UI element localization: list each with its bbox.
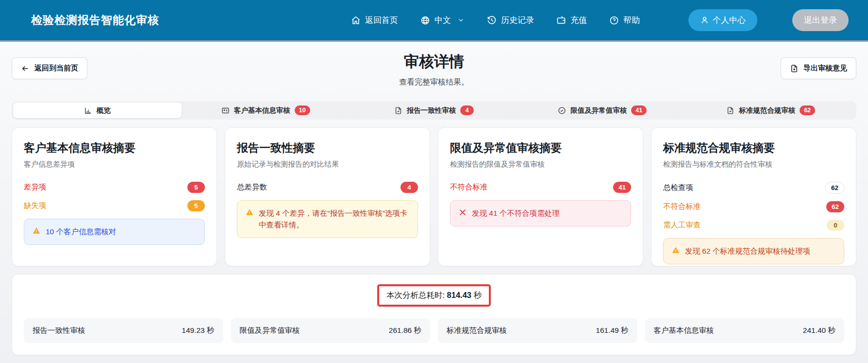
stat-label: 差异项 [24,182,47,192]
card-limit-anomaly-summary: 限值及异常值审核摘要 检测报告的限值及异常值审核 不符合标准 41 发现 41 … [438,127,643,266]
tab-label: 标准规范合规审核 [739,106,795,115]
x-icon [458,208,467,217]
alert-text: 10 个客户信息需核对 [46,226,117,238]
app-title: 检验检测报告智能化审核 [31,13,159,28]
stat-label: 不符合标准 [450,182,488,192]
timing-item: 标准规范合规审核 161.49 秒 [438,318,637,343]
timing-grid: 报告一致性审核 149.23 秒 限值及异常值审核 261.86 秒 标准规范合… [24,318,844,343]
nav-label: 帮助 [623,15,640,26]
warning-triangle-icon [671,246,680,255]
profile-button-label: 个人中心 [713,15,746,26]
card-title: 客户基本信息审核摘要 [24,140,205,156]
nav-recharge[interactable]: 充值 [556,15,587,26]
timing-value: 261.86 秒 [389,326,421,336]
stat-row: 总检查项 62 [663,182,844,194]
tab-limit-anomaly[interactable]: 限值及异常值审核 41 [518,103,686,118]
stat-row: 差异项 5 [24,182,205,193]
card-subtitle: 检测报告的限值及异常值审核 [450,160,631,169]
card-subtitle: 原始记录与检测报告的对比结果 [237,160,418,169]
stat-label: 不符合标准 [663,202,701,212]
stat-badge: 0 [827,220,844,231]
card-report-consistency-summary: 报告一致性摘要 原始记录与检测报告的对比结果 总差异数 4 发现 4 个差异，请… [225,127,430,266]
logout-button-label: 退出登录 [804,15,837,26]
page-title: 审核详情 [12,52,856,72]
card-title: 限值及异常值审核摘要 [450,140,631,156]
timing-label: 报告一致性审核 [33,326,85,336]
info-alert: 10 个客户信息需核对 [24,219,205,245]
timing-value: 161.49 秒 [596,326,628,336]
warning-triangle-icon [245,208,254,217]
profile-center-button[interactable]: 个人中心 [688,9,757,31]
file-check-icon [726,106,734,115]
tab-customer-info[interactable]: 客户基本信息审核 10 [182,103,350,118]
tab-label: 报告一致性审核 [407,106,456,115]
back-button[interactable]: 返回到当前页 [12,57,87,79]
review-tabs: 概览 客户基本信息审核 10 报告一致性审核 4 限值及异常值审核 41 标准规… [12,101,856,120]
stat-label: 需人工审查 [663,220,701,230]
file-check-icon [394,106,402,115]
alert-text: 发现 41 个不符合项需处理 [472,207,560,219]
error-alert: 发现 41 个不符合项需处理 [450,200,631,226]
stat-label: 总差异数 [237,182,267,192]
total-time-label: 本次分析总耗时: [386,291,445,299]
stat-row: 需人工审查 0 [663,220,844,231]
card-title: 标准规范合规审核摘要 [663,140,844,156]
timing-label: 客户基本信息审核 [654,326,714,336]
nav-label: 历史记录 [501,15,534,26]
page-subtitle: 查看完整审核结果。 [12,77,856,87]
help-icon [609,16,619,25]
back-button-label: 返回到当前页 [34,64,78,73]
export-opinion-button[interactable]: 导出审核意见 [781,57,856,79]
person-icon [700,16,709,25]
nav-label: 中文 [434,15,451,26]
stat-badge: 4 [401,182,418,193]
wallet-icon [556,16,566,25]
id-card-icon [221,106,230,115]
tab-badge: 41 [631,105,647,115]
tab-label: 限值及异常值审核 [570,106,627,115]
nav-home[interactable]: 返回首页 [351,15,398,26]
header-nav: 返回首页 中文 历史记录 充值 帮助 [351,9,849,31]
card-standard-compliance-summary: 标准规范合规审核摘要 检测报告与标准文档的符合性审核 总检查项 62 不符合标准… [651,127,856,266]
timing-item: 报告一致性审核 149.23 秒 [24,318,223,343]
title-block: 审核详情 查看完整审核结果。 [12,42,856,87]
tab-badge: 4 [460,105,474,115]
timing-panel: 本次分析总耗时: 814.43 秒 报告一致性审核 149.23 秒 限值及异常… [12,274,856,355]
timing-value: 241.40 秒 [803,326,835,336]
globe-icon [420,16,430,25]
stat-badge: 5 [187,182,205,193]
stat-row: 总差异数 4 [237,182,418,193]
summary-cards: 客户基本信息审核摘要 客户信息差异项 差异项 5 缺失项 5 10 个客户信息需… [12,127,856,266]
amber-alert: 发现 62 个标准规范合规审核待处理项 [663,238,844,264]
card-customer-info-summary: 客户基本信息审核摘要 客户信息差异项 差异项 5 缺失项 5 10 个客户信息需… [12,127,217,266]
chevron-down-icon [457,17,465,24]
nav-help[interactable]: 帮助 [609,15,640,26]
page-head: 返回到当前页 审核详情 查看完整审核结果。 导出审核意见 [0,42,868,93]
nav-language[interactable]: 中文 [420,15,465,26]
stat-row: 不符合标准 41 [450,182,631,193]
tab-label: 概览 [97,106,111,115]
bar-chart-icon [84,106,92,115]
tab-overview[interactable]: 概览 [13,103,182,118]
app-header: 检验检测报告智能化审核 返回首页 中文 历史记录 [0,0,868,42]
card-subtitle: 检测报告与标准文档的符合性审核 [663,160,844,169]
timing-label: 标准规范合规审核 [447,326,507,336]
home-icon [351,16,361,25]
nav-label: 充值 [570,15,587,26]
tab-standard-compliance[interactable]: 标准规范合规审核 62 [686,103,855,118]
stat-label: 缺失项 [24,201,47,211]
card-title: 报告一致性摘要 [237,140,418,156]
tab-report-consistency[interactable]: 报告一致性审核 4 [350,103,518,118]
stat-label: 总检查项 [663,183,693,193]
alert-text: 发现 62 个标准规范合规审核待处理项 [685,245,810,257]
nav-label: 返回首页 [365,15,398,26]
stat-badge: 62 [825,182,844,194]
logout-button[interactable]: 退出登录 [792,9,849,31]
stat-badge: 5 [187,200,205,211]
total-time-unit: 秒 [474,291,482,299]
tab-badge: 10 [295,105,310,115]
alert-text: 发现 4 个差异，请在“报告一致性审核”选项卡中查看详情。 [259,207,410,231]
nav-history[interactable]: 历史记录 [487,15,534,26]
total-time-value: 814.43 [447,291,471,299]
circle-check-icon [558,106,566,115]
